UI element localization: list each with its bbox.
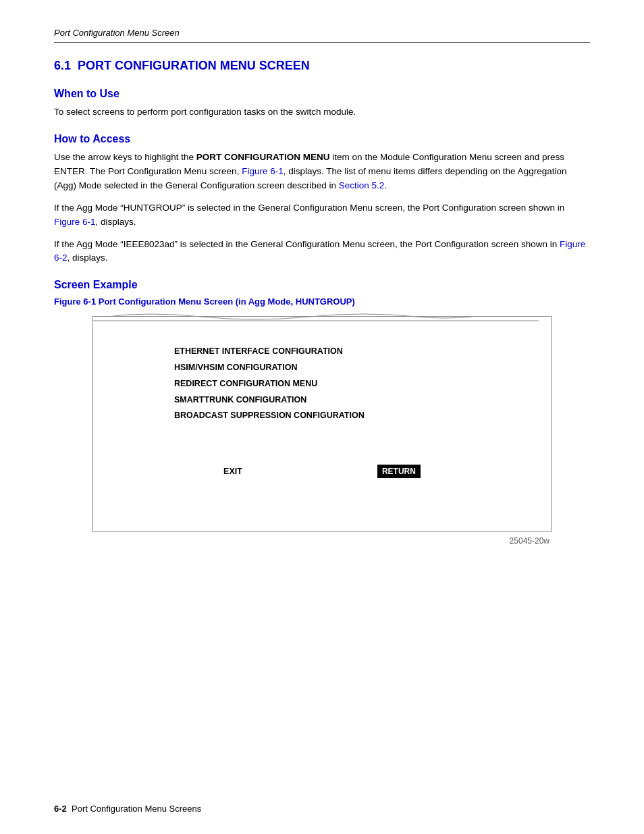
when-to-use-heading: When to Use: [54, 88, 590, 100]
chapter-title-text: PORT CONFIGURATION MENU SCREEN: [78, 59, 310, 72]
terminal-top-decoration: [93, 311, 551, 322]
terminal-box: ETHERNET INTERFACE CONFIGURATION HSIM/VH…: [92, 316, 552, 532]
page-container: Port Configuration Menu Screen 6.1 PORT …: [0, 0, 644, 834]
para2-prefix: If the Agg Mode “HUNTGROUP” is selected …: [54, 203, 564, 213]
breadcrumb: Port Configuration Menu Screen: [54, 28, 180, 38]
terminal-menu-items: ETHERNET INTERFACE CONFIGURATION HSIM/VH…: [107, 344, 537, 424]
header-section: Port Configuration Menu Screen: [54, 27, 590, 43]
terminal-footer: EXIT RETURN: [107, 465, 537, 478]
footer-page-number: 6-2: [54, 804, 67, 814]
footer-chapter-title: Port Configuration Menu Screens: [72, 804, 201, 814]
para1-bold: PORT CONFIGURATION MENU: [196, 152, 330, 162]
screen-example-heading: Screen Example: [54, 279, 590, 291]
page-footer: 6-2 Port Configuration Menu Screens: [54, 804, 201, 814]
figure-caption: Figure 6-1 Port Configuration Menu Scree…: [54, 296, 590, 307]
chapter-title: 6.1 PORT CONFIGURATION MENU SCREEN: [54, 59, 590, 73]
para3-suffix: , displays.: [68, 253, 108, 263]
how-to-access-section: How to Access Use the arrow keys to high…: [54, 133, 590, 265]
when-to-use-body: To select screens to perform port config…: [54, 105, 590, 120]
figure-6-1-link-2[interactable]: Figure 6-1: [54, 217, 96, 227]
menu-item-3: REDIRECT CONFIGURATION MENU: [174, 376, 537, 392]
terminal-return-label: RETURN: [377, 465, 421, 478]
para3-prefix: If the Agg Mode “IEEE8023ad” is selected…: [54, 239, 560, 249]
para1-prefix: Use the arrow keys to highlight the: [54, 152, 196, 162]
figure-reference: 25045-20w: [54, 536, 549, 546]
menu-item-2: HSIM/VHSIM CONFIGURATION: [174, 360, 537, 376]
menu-item-1: ETHERNET INTERFACE CONFIGURATION: [174, 344, 537, 360]
menu-item-4: SMARTTRUNK CONFIGURATION: [174, 392, 537, 409]
terminal-exit-label: EXIT: [223, 467, 242, 476]
how-to-access-para3: If the Agg Mode “IEEE8023ad” is selected…: [54, 238, 590, 266]
screen-example-section: Screen Example Figure 6-1 Port Configura…: [54, 279, 590, 546]
section-5-2-link[interactable]: Section 5.2: [339, 180, 385, 190]
para2-suffix: , displays.: [96, 217, 136, 227]
when-to-use-section: When to Use To select screens to perform…: [54, 88, 590, 120]
figure-6-1-link-1[interactable]: Figure 6-1: [242, 166, 284, 176]
how-to-access-heading: How to Access: [54, 133, 590, 145]
para1-suffix3: .: [384, 180, 387, 190]
how-to-access-para1: Use the arrow keys to highlight the PORT…: [54, 151, 590, 193]
chapter-number: 6.1: [54, 59, 71, 72]
how-to-access-para2: If the Agg Mode “HUNTGROUP” is selected …: [54, 201, 590, 230]
menu-item-5: BROADCAST SUPPRESSION CONFIGURATION: [174, 408, 537, 424]
